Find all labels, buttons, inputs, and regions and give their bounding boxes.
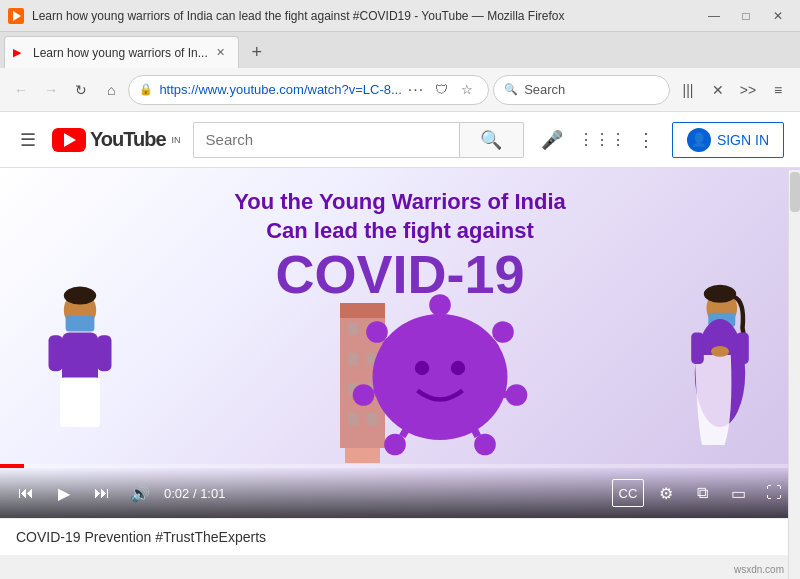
grid-icon: ⋮⋮⋮ bbox=[578, 130, 626, 149]
svg-point-25 bbox=[506, 384, 528, 406]
youtube-logo[interactable]: YouTube IN bbox=[52, 128, 181, 152]
nav-extra-buttons: ||| ✕ >> ≡ bbox=[674, 76, 792, 104]
video-bottom-bar: COVID-19 Prevention #TrustTheExperts bbox=[0, 518, 800, 555]
youtube-logo-text: YouTube bbox=[90, 128, 166, 151]
youtube-header: ☰ YouTube IN 🔍 🎤 ⋮⋮⋮ ⋮ 👤 SIGN IN bbox=[0, 112, 800, 168]
firefox-menu-icon[interactable]: ≡ bbox=[764, 76, 792, 104]
svg-point-35 bbox=[415, 361, 429, 375]
tab-bar: ▶ Learn how young warriors of In... ✕ + bbox=[0, 32, 800, 68]
ws-watermark: wsxdn.com bbox=[734, 564, 784, 575]
search-icon: 🔍 bbox=[480, 129, 502, 151]
svg-point-29 bbox=[384, 434, 406, 456]
forward-button[interactable]: → bbox=[38, 75, 64, 105]
captions-button[interactable]: CC bbox=[612, 479, 644, 507]
right-character bbox=[680, 283, 760, 463]
back-button[interactable]: ← bbox=[8, 75, 34, 105]
scrollbar[interactable] bbox=[788, 170, 800, 579]
video-controls: ⏮ ▶ ⏭ 🔊 0:02 / 1:01 CC ⚙ ⧉ ▭ ⛶ bbox=[0, 468, 800, 518]
lock-icon: 🔒 bbox=[139, 83, 153, 96]
new-tab-button[interactable]: + bbox=[243, 38, 271, 66]
left-character bbox=[40, 283, 120, 463]
youtube-more-button[interactable]: ⋮ bbox=[628, 122, 664, 158]
svg-rect-7 bbox=[97, 335, 111, 371]
address-options-icon[interactable]: ··· bbox=[408, 81, 424, 99]
browser-search-text: Search bbox=[524, 82, 659, 97]
address-icons: 🛡 ☆ bbox=[430, 79, 478, 101]
youtube-search-wrapper: 🔍 🎤 bbox=[193, 120, 572, 160]
skip-back-button[interactable]: ⏮ bbox=[12, 479, 40, 507]
home-button[interactable]: ⌂ bbox=[98, 75, 124, 105]
title-bar: Learn how young warriors of India can le… bbox=[0, 0, 800, 32]
video-description-text: COVID-19 Prevention #TrustTheExperts bbox=[16, 529, 266, 545]
more-tools-icon[interactable]: >> bbox=[734, 76, 762, 104]
svg-rect-42 bbox=[691, 333, 704, 365]
svg-point-8 bbox=[64, 287, 96, 305]
youtube-mic-button[interactable]: 🎤 bbox=[532, 120, 572, 160]
youtube-apps-button[interactable]: ⋮⋮⋮ bbox=[584, 122, 620, 158]
youtube-country-label: IN bbox=[172, 135, 181, 145]
youtube-search-button[interactable]: 🔍 bbox=[460, 122, 524, 158]
svg-rect-43 bbox=[736, 333, 749, 365]
browser-search-bar[interactable]: 🔍 Search bbox=[493, 75, 670, 105]
svg-line-32 bbox=[374, 388, 388, 393]
close-button[interactable]: ✕ bbox=[764, 6, 792, 26]
svg-point-38 bbox=[704, 285, 736, 303]
skip-forward-button[interactable]: ⏭ bbox=[88, 479, 116, 507]
youtube-header-right: ⋮⋮⋮ ⋮ 👤 SIGN IN bbox=[584, 122, 784, 158]
address-bar[interactable]: 🔒 https://www.youtube.com/watch?v=LC-8..… bbox=[128, 75, 489, 105]
user-icon: 👤 bbox=[687, 128, 711, 152]
svg-point-20 bbox=[373, 314, 508, 440]
svg-point-31 bbox=[353, 384, 375, 406]
video-controls-right: CC ⚙ ⧉ ▭ ⛶ bbox=[612, 479, 788, 507]
youtube-menu-button[interactable]: ☰ bbox=[16, 125, 40, 155]
search-magnifier-icon: 🔍 bbox=[504, 83, 518, 96]
youtube-play-icon bbox=[64, 133, 76, 147]
scrollbar-thumb[interactable] bbox=[790, 172, 800, 212]
svg-point-36 bbox=[451, 361, 465, 375]
vertical-dots-icon: ⋮ bbox=[637, 129, 655, 151]
shield-icon: 🛡 bbox=[430, 79, 452, 101]
miniplayer-button[interactable]: ⧉ bbox=[688, 479, 716, 507]
youtube-signin-button[interactable]: 👤 SIGN IN bbox=[672, 122, 784, 158]
tab-close-button[interactable]: ✕ bbox=[212, 44, 230, 62]
bookmarks-icon[interactable]: ||| bbox=[674, 76, 702, 104]
volume-button[interactable]: 🔊 bbox=[126, 479, 154, 507]
svg-point-27 bbox=[474, 434, 496, 456]
svg-rect-5 bbox=[60, 378, 100, 428]
close-nav-icon[interactable]: ✕ bbox=[704, 76, 732, 104]
refresh-button[interactable]: ↻ bbox=[68, 75, 94, 105]
nav-bar: ← → ↻ ⌂ 🔒 https://www.youtube.com/watch?… bbox=[0, 68, 800, 112]
play-button[interactable]: ▶ bbox=[50, 479, 78, 507]
video-time: 0:02 / 1:01 bbox=[164, 486, 225, 501]
svg-rect-3 bbox=[66, 315, 95, 331]
tab-favicon: ▶ bbox=[13, 46, 27, 60]
youtube-search-input[interactable] bbox=[193, 122, 460, 158]
title-bar-icon bbox=[8, 8, 24, 24]
svg-point-33 bbox=[366, 321, 388, 343]
signin-label: SIGN IN bbox=[717, 132, 769, 148]
fullscreen-button[interactable]: ⛶ bbox=[760, 479, 788, 507]
svg-rect-6 bbox=[49, 335, 63, 371]
maximize-button[interactable]: □ bbox=[732, 6, 760, 26]
active-tab[interactable]: ▶ Learn how young warriors of In... ✕ bbox=[4, 36, 239, 68]
bookmark-star-icon[interactable]: ☆ bbox=[456, 79, 478, 101]
svg-point-21 bbox=[429, 294, 451, 316]
youtube-logo-icon bbox=[52, 128, 86, 152]
theater-button[interactable]: ▭ bbox=[724, 479, 752, 507]
svg-point-23 bbox=[492, 321, 514, 343]
virus-blob bbox=[340, 278, 540, 458]
tab-label: Learn how young warriors of In... bbox=[33, 46, 208, 60]
minimize-button[interactable]: — bbox=[700, 6, 728, 26]
svg-point-44 bbox=[711, 346, 729, 357]
title-bar-text: Learn how young warriors of India can le… bbox=[32, 9, 692, 23]
video-title-line1: You the Young Warriors of India Can lead… bbox=[200, 188, 600, 245]
mic-icon: 🎤 bbox=[541, 129, 563, 151]
video-container[interactable]: You the Young Warriors of India Can lead… bbox=[0, 168, 800, 518]
title-bar-controls: — □ ✕ bbox=[700, 6, 792, 26]
url-text: https://www.youtube.com/watch?v=LC-8... bbox=[159, 82, 401, 97]
settings-button[interactable]: ⚙ bbox=[652, 479, 680, 507]
svg-line-26 bbox=[494, 391, 507, 396]
